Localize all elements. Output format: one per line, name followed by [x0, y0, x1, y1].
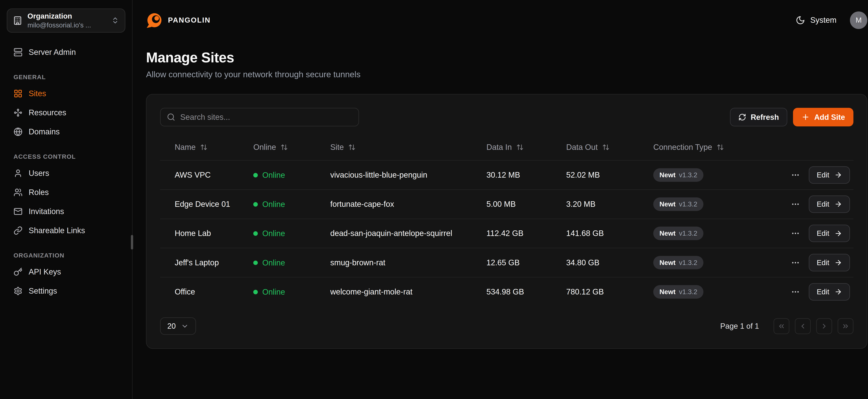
edit-button[interactable]: Edit: [809, 195, 850, 213]
edit-button[interactable]: Edit: [809, 225, 850, 242]
theme-toggle[interactable]: System: [796, 16, 836, 25]
edit-button[interactable]: Edit: [809, 166, 850, 184]
sites-grid-icon: [13, 89, 23, 98]
row-menu-button[interactable]: [787, 284, 803, 300]
refresh-icon: [738, 113, 746, 121]
site-name: Jeff's Laptop: [160, 258, 253, 267]
sidebar-item-users[interactable]: Users: [7, 164, 125, 183]
chevron-left-icon: [799, 322, 807, 330]
sidebar-resize-handle[interactable]: [131, 235, 133, 249]
sidebar-section-heading: GENERAL: [7, 73, 125, 81]
pagination-label: Page 1 of 1: [720, 322, 759, 330]
table-header-row: NameOnlineSiteData InData OutConnection …: [160, 134, 854, 160]
column-header-label: Name: [175, 143, 196, 152]
ellipsis-icon: [791, 229, 800, 238]
column-header-label: Online: [253, 143, 276, 152]
row-menu-button[interactable]: [787, 255, 803, 271]
avatar[interactable]: M: [850, 11, 867, 29]
connection-version: v1.3.2: [679, 201, 698, 208]
table-body: AWS VPCOnlinevivacious-little-blue-pengu…: [160, 160, 854, 306]
site-tunnel-name: smug-brown-rat: [330, 258, 487, 267]
online-status: Online: [253, 171, 285, 180]
pangolin-logo-icon: [146, 12, 163, 29]
sidebar-item-domains[interactable]: Domains: [7, 122, 125, 141]
page-size-select[interactable]: 20: [160, 317, 196, 335]
sidebar-item-label: Shareable Links: [29, 226, 85, 235]
search-input[interactable]: [180, 113, 352, 122]
site-name: Home Lab: [160, 229, 253, 238]
sidebar: Organization milo@fossorial.io's ... Ser…: [0, 0, 133, 399]
connection-type-badge: Newtv1.3.2: [653, 226, 704, 240]
site-tunnel-name: fortunate-cape-fox: [330, 200, 487, 209]
column-header-data_in[interactable]: Data In: [487, 143, 566, 152]
connection-type: Newt: [659, 288, 676, 296]
sidebar-item-settings[interactable]: Settings: [7, 281, 125, 301]
chevrons-left-icon: [778, 322, 785, 330]
key-icon: [13, 267, 23, 276]
online-status: Online: [253, 258, 285, 267]
sort-icon: [516, 144, 524, 151]
first-page-button[interactable]: [774, 318, 789, 334]
edit-button-label: Edit: [817, 229, 829, 238]
last-page-button[interactable]: [838, 318, 854, 334]
sidebar-item-shareable-links[interactable]: Shareable Links: [7, 221, 125, 240]
app: Organization milo@fossorial.io's ... Ser…: [0, 0, 868, 399]
sort-icon: [717, 144, 724, 151]
org-picker[interactable]: Organization milo@fossorial.io's ...: [7, 8, 125, 33]
edit-button-label: Edit: [817, 258, 829, 267]
sidebar-item-roles[interactable]: Roles: [7, 183, 125, 202]
column-header-connection_type[interactable]: Connection Type: [653, 143, 785, 152]
add-site-button[interactable]: Add Site: [793, 108, 854, 126]
column-header-site[interactable]: Site: [330, 143, 487, 152]
next-page-button[interactable]: [816, 318, 832, 334]
data-out-value: 780.12 GB: [566, 287, 653, 296]
page-subtitle: Allow connectivity to your network throu…: [146, 69, 867, 79]
column-header-label: Site: [330, 143, 344, 152]
sidebar-section-heading: ACCESS CONTROL: [7, 153, 125, 160]
column-header-label: Data Out: [566, 143, 598, 152]
page-content: Manage Sites Allow connectivity to your …: [133, 40, 868, 349]
edit-button-label: Edit: [817, 288, 829, 296]
page-title: Manage Sites: [146, 50, 867, 66]
row-menu-button[interactable]: [787, 167, 803, 183]
ellipsis-icon: [791, 258, 800, 267]
sidebar-item-label: Domains: [29, 127, 60, 136]
table-head: NameOnlineSiteData InData OutConnection …: [160, 134, 854, 160]
link-icon: [13, 226, 23, 235]
column-header-data_out[interactable]: Data Out: [566, 143, 653, 152]
sidebar-item-server-admin[interactable]: Server Admin: [7, 43, 125, 62]
server-icon: [13, 48, 23, 57]
chevrons-up-down-icon: [111, 17, 119, 24]
table-row: Jeff's LaptopOnlinesmug-brown-rat12.65 G…: [160, 248, 854, 277]
online-dot: [253, 231, 258, 236]
site-tunnel-name: vivacious-little-blue-penguin: [330, 171, 487, 180]
connection-type: Newt: [659, 229, 676, 237]
connection-version: v1.3.2: [679, 288, 698, 296]
row-menu-button[interactable]: [787, 196, 803, 212]
sidebar-item-resources[interactable]: Resources: [7, 103, 125, 122]
sidebar-item-invitations[interactable]: Invitations: [7, 202, 125, 221]
sidebar-item-api-keys[interactable]: API Keys: [7, 263, 125, 281]
prev-page-button[interactable]: [795, 318, 811, 334]
plus-icon: [801, 113, 810, 121]
column-header-name[interactable]: Name: [160, 143, 253, 152]
data-out-value: 141.68 GB: [566, 229, 653, 238]
chevron-right-icon: [820, 322, 828, 330]
column-header-online[interactable]: Online: [253, 143, 330, 152]
org-picker-text: Organization milo@fossorial.io's ...: [27, 11, 106, 30]
sidebar-item-label: Invitations: [29, 207, 64, 216]
online-dot: [253, 260, 258, 265]
site-tunnel-name: dead-san-joaquin-antelope-squirrel: [330, 229, 487, 238]
site-name: Office: [160, 287, 253, 296]
edit-button[interactable]: Edit: [809, 254, 850, 271]
globe-icon: [13, 127, 23, 136]
site-name: AWS VPC: [160, 171, 253, 180]
edit-button-label: Edit: [817, 200, 829, 208]
refresh-button[interactable]: Refresh: [730, 108, 787, 126]
row-menu-button[interactable]: [787, 225, 803, 241]
edit-button[interactable]: Edit: [809, 283, 850, 301]
brand-name: PANGOLIN: [168, 16, 211, 24]
connection-version: v1.3.2: [679, 259, 698, 267]
search-box: [160, 108, 359, 126]
sidebar-item-sites[interactable]: Sites: [7, 84, 125, 103]
